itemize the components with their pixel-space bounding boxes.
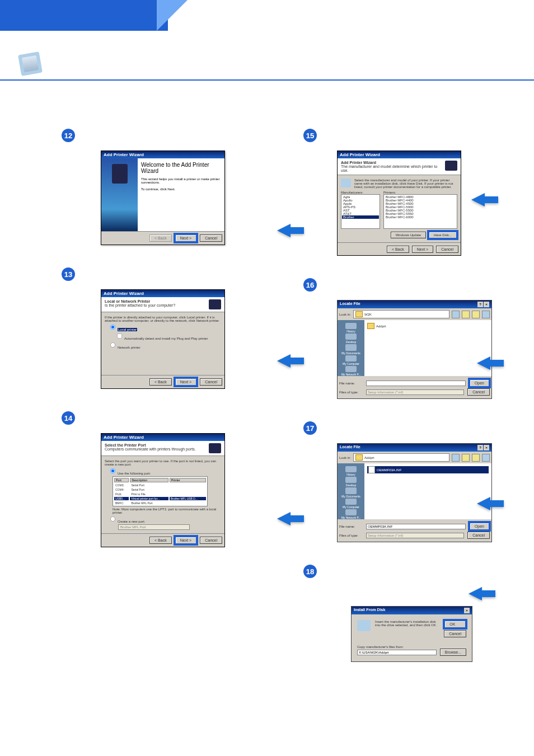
content: 12 Add Printer Wizard Welcome to the Add…: [0, 84, 534, 718]
next-button[interactable]: Next >: [175, 378, 197, 386]
open-button[interactable]: Open: [469, 379, 490, 387]
window-controls[interactable]: ?×: [477, 445, 489, 450]
note-text: Note: Most computers use the LPT1: port …: [113, 508, 221, 514]
up-icon[interactable]: [462, 311, 470, 318]
autodetect-checkbox[interactable]: [117, 334, 122, 339]
places-bar: History Desktop My Documents My Computer…: [338, 320, 364, 376]
window-controls[interactable]: ?×: [477, 302, 489, 307]
file-list[interactable]: Addprt: [364, 320, 491, 376]
network-printer-radio[interactable]: [110, 342, 115, 348]
checkbox-label: Automatically detect and install my Plug…: [124, 337, 208, 340]
table-row[interactable]: COM4:Serial Port: [114, 488, 206, 491]
list-item-selected[interactable]: OEMMF03A.INF: [367, 466, 489, 473]
path-input[interactable]: [357, 650, 437, 655]
install-message: Insert the manufacturer's installation d…: [375, 620, 438, 627]
table-row[interactable]: BMFC:Brother MFL Port: [114, 501, 206, 505]
header-divider: [0, 79, 534, 81]
locate-file-dialog: Locate File ?× Look in: Addprt History D…: [337, 443, 492, 542]
titlebar: Add Printer Wizard: [101, 151, 224, 158]
arrow-icon: [469, 587, 482, 600]
list-item-selected[interactable]: Brother: [342, 215, 379, 219]
network-icon[interactable]: [345, 509, 357, 515]
step-14: 14 Add Printer Wizard Select the Printer…: [62, 411, 259, 547]
cancel-button[interactable]: Cancel: [444, 630, 466, 637]
cancel-button[interactable]: Cancel: [467, 388, 490, 396]
newfolder-icon[interactable]: [472, 454, 480, 462]
cancel-button[interactable]: Cancel: [200, 234, 222, 242]
wizard-side-graphic: [101, 158, 138, 231]
step-number: 14: [62, 411, 75, 425]
open-button[interactable]: Open: [469, 522, 490, 530]
titlebar: Add Printer Wizard: [101, 290, 224, 297]
use-port-radio[interactable]: [110, 468, 115, 473]
mydocs-icon[interactable]: [345, 344, 357, 350]
step-number: 12: [62, 129, 75, 142]
local-printer-radio[interactable]: [110, 325, 115, 330]
table-row-selected[interactable]: USB0...Virtual printer port for...Brothe…: [114, 497, 206, 500]
lookin-label: Look in:: [339, 456, 351, 459]
history-icon[interactable]: [345, 466, 357, 472]
step-18: 18 Install From Disk × Insert the manufa…: [303, 565, 500, 662]
printer-icon: [209, 299, 221, 309]
views-icon[interactable]: [482, 311, 490, 318]
list-item[interactable]: Addprt: [367, 323, 489, 329]
list-item[interactable]: Brother MFC-6000: [385, 215, 456, 219]
back-icon[interactable]: [452, 311, 460, 318]
locate-file-dialog: Locate File ?× Look in: W2K History Desk…: [337, 300, 492, 399]
back-button[interactable]: < Back: [149, 537, 172, 544]
arrow-icon: [471, 193, 485, 206]
windows-update-button[interactable]: Windows Update: [391, 232, 426, 238]
back-button[interactable]: < Back: [149, 378, 172, 386]
file-list[interactable]: OEMMF03A.INF: [364, 463, 491, 519]
browse-button[interactable]: Browse...: [440, 649, 466, 656]
lookin-combo[interactable]: Addprt: [353, 453, 449, 462]
mycomputer-icon[interactable]: [345, 499, 357, 505]
back-button[interactable]: < Back: [387, 246, 409, 253]
welcome-heading: Welcome to the Add Printer Wizard: [141, 162, 221, 174]
filename-input[interactable]: [366, 381, 466, 386]
table-row[interactable]: COM3:Serial Port: [114, 483, 206, 487]
manufacturers-list[interactable]: Agfa Apollo Apple APS-PS AST AT&T Brothe…: [341, 194, 380, 229]
filetype-combo: Setup Information (*.inf): [366, 533, 464, 538]
next-button[interactable]: Next >: [175, 536, 197, 544]
step-number: 13: [62, 267, 75, 281]
window-controls[interactable]: ×: [463, 608, 470, 613]
back-icon[interactable]: [452, 454, 460, 462]
mydocs-icon[interactable]: [345, 487, 357, 494]
lookin-combo[interactable]: W2K: [353, 310, 449, 318]
cancel-button[interactable]: Cancel: [200, 537, 222, 544]
desktop-icon[interactable]: [345, 477, 357, 483]
filename-label: File name:: [339, 525, 364, 528]
step-13: 13 Add Printer Wizard Local or Network P…: [62, 267, 259, 389]
ok-button[interactable]: OK: [444, 620, 466, 628]
port-table[interactable]: Port Description Printer COM3:Serial Por…: [113, 476, 208, 506]
create-port-radio[interactable]: [110, 516, 115, 522]
mycomputer-icon[interactable]: [345, 355, 357, 361]
printer-icon: [445, 161, 457, 171]
panel-sub: Computers communicate with printers thro…: [105, 447, 196, 451]
up-icon[interactable]: [462, 454, 470, 462]
disk-icon: [341, 179, 351, 187]
next-button[interactable]: Next >: [175, 234, 197, 242]
arrow-icon: [277, 224, 291, 237]
printers-list[interactable]: Brother MFC-4800 Brother MFC-4400 Brothe…: [383, 194, 457, 229]
views-icon[interactable]: [482, 454, 490, 462]
panel-heading: Select the Printer Port: [105, 443, 146, 447]
cancel-button[interactable]: Cancel: [467, 532, 490, 539]
filename-input[interactable]: [366, 524, 466, 529]
panel-heading: Add Printer Wizard: [341, 161, 376, 165]
titlebar-text: Locate File: [340, 445, 360, 450]
panel-heading: Local or Network Printer: [105, 299, 150, 303]
panel-sub: Is the printer attached to your computer…: [105, 303, 175, 307]
newfolder-icon[interactable]: [472, 311, 480, 318]
next-button[interactable]: Next >: [412, 246, 433, 253]
desktop-icon[interactable]: [345, 334, 357, 340]
table-row[interactable]: FILE:Print to File: [114, 492, 206, 496]
have-disk-button[interactable]: Have Disk...: [428, 231, 457, 239]
step-number: 16: [303, 278, 317, 292]
history-icon[interactable]: [345, 323, 357, 329]
arrow-icon: [277, 354, 291, 368]
cancel-button[interactable]: Cancel: [436, 246, 458, 253]
network-icon[interactable]: [345, 366, 357, 372]
cancel-button[interactable]: Cancel: [200, 378, 222, 386]
